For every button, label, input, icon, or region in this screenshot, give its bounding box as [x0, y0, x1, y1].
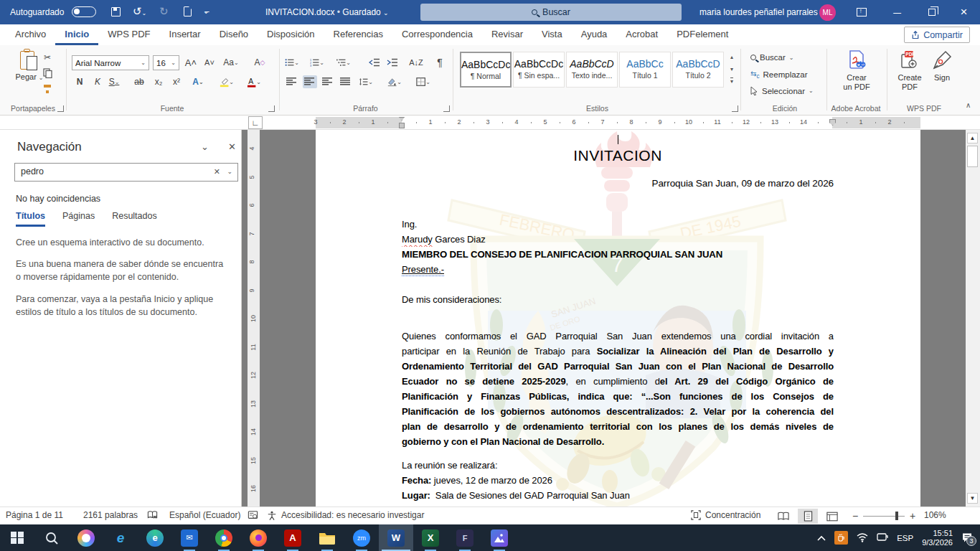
copy-icon[interactable] [40, 67, 55, 80]
font-dialog-launcher[interactable] [268, 105, 275, 112]
create-pdf-acrobat-button[interactable]: Crearun PDF [834, 50, 879, 92]
find-button[interactable]: Buscar⌄ [750, 53, 794, 62]
replace-button[interactable]: ⇆cReemplazar [750, 70, 808, 80]
tab-inicio[interactable]: Inicio [55, 24, 98, 45]
redo-icon[interactable]: ↻ [159, 5, 169, 18]
scroll-up-icon[interactable]: ▲ [967, 133, 978, 143]
taskbar-chrome-icon[interactable] [207, 524, 241, 551]
styles-dialog-launcher[interactable] [732, 105, 738, 112]
minimize-icon[interactable]: ─ [881, 0, 913, 24]
style-título-2[interactable]: AaBbCcDTítulo 2 [672, 52, 724, 88]
ribbon-display-icon[interactable] [845, 0, 877, 24]
tab-insertar[interactable]: Insertar [160, 24, 210, 45]
read-mode-icon[interactable] [773, 509, 793, 524]
wifi-icon[interactable] [857, 533, 868, 542]
scroll-down-icon[interactable]: ▼ [967, 493, 978, 504]
zoom-slider[interactable] [863, 516, 905, 517]
qat-more-icon[interactable]: ⌄̶ [203, 5, 209, 18]
taskbar-pdfelement-icon[interactable]: F [448, 524, 482, 551]
notification-icon[interactable]: 3 [961, 532, 973, 543]
taskbar-search-icon[interactable] [34, 524, 69, 551]
format-painter-icon[interactable] [40, 83, 55, 95]
close-icon[interactable]: × [948, 0, 980, 24]
borders-icon[interactable]: ⌄ [416, 75, 430, 88]
language-icon[interactable] [248, 510, 258, 520]
bullets-icon[interactable]: ⌄ [285, 56, 299, 69]
select-button[interactable]: Seleccionar⌄ [750, 86, 814, 95]
underline-icon[interactable]: S⌄ [107, 75, 121, 88]
subscript-icon[interactable]: x₂ [151, 75, 166, 88]
avatar[interactable]: ML [819, 4, 836, 21]
tab-disposición[interactable]: Disposición [258, 24, 324, 45]
undo-icon[interactable]: ↺⌄ [133, 5, 146, 20]
horizontal-ruler[interactable]: 321123456789101112131412 [316, 117, 920, 128]
tray-language[interactable]: ESP [897, 534, 913, 542]
tab-vista[interactable]: Vista [532, 24, 572, 45]
nav-close-icon[interactable]: ✕ [228, 141, 236, 152]
cut-icon[interactable]: ✂ [40, 51, 55, 64]
display-icon[interactable] [877, 533, 888, 542]
accessibility-icon[interactable] [267, 510, 277, 521]
taskbar-outlook-icon[interactable]: ✉ [172, 524, 207, 551]
taskbar-zoom-app-icon[interactable]: zm [344, 524, 379, 551]
text-effects-icon[interactable]: A⌄ [191, 75, 205, 88]
tab-ayuda[interactable]: Ayuda [572, 24, 617, 45]
italic-icon[interactable]: K [90, 75, 105, 88]
tray-clock[interactable]: 15:51 9/3/2026 [922, 529, 953, 547]
zoom-slider-handle[interactable] [895, 512, 898, 520]
vertical-ruler[interactable]: 45678910111213141516 [248, 130, 260, 507]
nav-search-dropdown-icon[interactable]: ⌄ [227, 168, 232, 175]
shrink-font-icon[interactable]: A˅ [202, 56, 217, 69]
proofing-book-icon[interactable] [147, 510, 158, 520]
decrease-indent-icon[interactable] [367, 56, 382, 69]
bold-icon[interactable]: N [72, 75, 87, 88]
taskbar-word-icon[interactable]: W [379, 524, 413, 551]
shading-icon[interactable]: ⌄ [387, 75, 402, 88]
highlight-icon[interactable]: ⌄ [220, 75, 234, 88]
taskbar-explorer-icon[interactable] [310, 524, 344, 551]
left-indent-marker[interactable] [399, 123, 405, 128]
strikethrough-icon[interactable]: ab [132, 75, 146, 88]
font-name-combo[interactable]: Arial Narrow⌄ [72, 55, 149, 70]
clear-formatting-icon[interactable]: A◇ [253, 56, 267, 69]
document-page[interactable]: FEBRERO DE 1945 7 SAN JUAN DE ORO [316, 130, 920, 507]
collapse-ribbon-icon[interactable]: ∧ [966, 101, 971, 109]
tab-referencias[interactable]: Referencias [324, 24, 392, 45]
font-size-combo[interactable]: 16⌄ [153, 55, 179, 70]
pilcrow-icon[interactable]: ¶ [433, 56, 447, 69]
wps-sign-button[interactable]: Sign [927, 50, 957, 83]
style-texto-inde-[interactable]: AaBbCcDTexto inde... [566, 52, 618, 88]
page-indicator[interactable]: Página 1 de 11 [6, 510, 63, 520]
taskbar-internet-explorer-icon[interactable]: e [103, 524, 138, 551]
font-color-icon[interactable]: A⌄ [247, 75, 261, 88]
increase-indent-icon[interactable] [385, 56, 400, 69]
numbering-icon[interactable]: 123⌄ [310, 56, 324, 69]
superscript-icon[interactable]: x² [169, 75, 184, 88]
vertical-scrollbar[interactable]: ▲ ▼ [966, 130, 980, 507]
nav-tab-títulos[interactable]: Títulos [16, 211, 45, 227]
tab-archivo[interactable]: Archivo [6, 24, 55, 45]
tab-pdfelement[interactable]: PDFelement [667, 24, 738, 45]
scroll-thumb[interactable] [967, 146, 978, 167]
taskbar-edge-icon[interactable]: e [138, 524, 172, 551]
align-right-icon[interactable] [321, 75, 335, 88]
print-layout-icon[interactable] [798, 509, 818, 524]
tab-diseño[interactable]: Diseño [210, 24, 258, 45]
taskbar-excel-icon[interactable]: X [413, 524, 448, 551]
nav-tab-páginas[interactable]: Páginas [62, 211, 95, 227]
tab-wps-pdf[interactable]: WPS PDF [98, 24, 159, 45]
nav-search-box[interactable]: ✕ ⌄ [14, 163, 238, 182]
titlebar-search[interactable]: Buscar [420, 4, 682, 21]
tab-correspondencia[interactable]: Correspondencia [392, 24, 482, 45]
style-título-1[interactable]: AaBbCcTítulo 1 [619, 52, 671, 88]
grow-font-icon[interactable]: A˄ [184, 56, 198, 69]
style--normal[interactable]: AaBbCcDc¶ Normal [460, 52, 512, 88]
autosave-toggle[interactable] [72, 6, 96, 17]
share-button[interactable]: Compartir [904, 27, 970, 43]
sort-icon[interactable]: A↓Z [409, 56, 423, 69]
paragraph-dialog-launcher[interactable] [443, 105, 450, 112]
user-name[interactable]: maria lourdes peñafiel parrales [699, 7, 818, 17]
focus-label[interactable]: Concentración [705, 510, 760, 520]
tab-selector[interactable]: ∟ [248, 116, 263, 129]
save-icon[interactable] [111, 7, 121, 17]
